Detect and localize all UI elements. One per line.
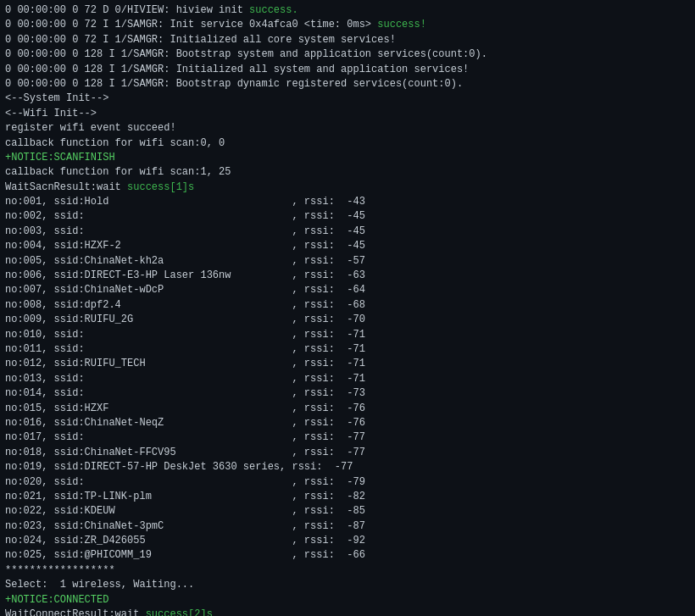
terminal-line: no:001, ssid:Hold , rssi: -43 [5, 195, 690, 209]
terminal-line: no:006, ssid:DIRECT-E3-HP Laser 136nw , … [5, 269, 690, 283]
terminal-line: 0 00:00:00 0 72 D 0/HIVIEW: hiview init … [5, 3, 690, 18]
terminal-line: WaitSacnResult:wait success[1]s [5, 180, 690, 195]
terminal-line: no:022, ssid:KDEUW , rssi: -85 [5, 504, 690, 519]
terminal-line: <--Wifi Init--> [5, 107, 690, 121]
terminal-line: no:009, ssid:RUIFU_2G , rssi: -70 [5, 313, 690, 327]
terminal-line: no:012, ssid:RUIFU_TECH , rssi: -71 [5, 357, 690, 371]
terminal-line: no:024, ssid:ZR_D426055 , rssi: -92 [5, 534, 690, 548]
terminal-line: +NOTICE:SCANFINISH [5, 151, 690, 165]
terminal-line: no:016, ssid:ChinaNet-NeqZ , rssi: -76 [5, 416, 690, 430]
terminal-line: no:019, ssid:DIRECT-57-HP DeskJet 3630 s… [5, 460, 690, 474]
terminal-line: <--System Init--> [5, 92, 690, 106]
terminal-line: no:013, ssid: , rssi: -71 [5, 372, 690, 386]
terminal-line: callback function for wifi scan:1, 25 [5, 165, 690, 180]
terminal-line: 0 00:00:00 0 72 I 1/SAMGR: Initialized a… [5, 33, 690, 47]
terminal-line: no:007, ssid:ChinaNet-wDcP , rssi: -64 [5, 283, 690, 297]
terminal-line: no:020, ssid: , rssi: -79 [5, 475, 690, 490]
terminal-line: no:010, ssid: , rssi: -71 [5, 328, 690, 342]
terminal-line: no:002, ssid: , rssi: -45 [5, 209, 690, 224]
terminal-line: 0 00:00:00 0 72 I 1/SAMGR: Init service … [5, 18, 690, 32]
terminal-line: no:008, ssid:dpf2.4 , rssi: -68 [5, 298, 690, 313]
terminal-line: no:018, ssid:ChinaNet-FFCV95 , rssi: -77 [5, 446, 690, 460]
terminal-line: no:025, ssid:@PHICOMM_19 , rssi: -66 [5, 548, 690, 563]
terminal-line: ****************** [5, 563, 690, 578]
terminal-line: no:021, ssid:TP-LINK-plm , rssi: -82 [5, 490, 690, 504]
terminal: 0 00:00:00 0 72 D 0/HIVIEW: hiview init … [0, 0, 695, 616]
terminal-line: no:023, ssid:ChinaNet-3pmC , rssi: -87 [5, 519, 690, 534]
terminal-line: no:017, ssid: , rssi: -77 [5, 430, 690, 445]
terminal-line: no:015, ssid:HZXF , rssi: -76 [5, 402, 690, 416]
terminal-line: register wifi event succeed! [5, 121, 690, 136]
terminal-line: no:014, ssid: , rssi: -73 [5, 386, 690, 401]
terminal-line: no:004, ssid:HZXF-2 , rssi: -45 [5, 239, 690, 253]
terminal-line: WaitConnectResult:wait success[2]s [5, 608, 690, 616]
terminal-line: Select: 1 wireless, Waiting... [5, 578, 690, 592]
terminal-line: no:011, ssid: , rssi: -71 [5, 342, 690, 357]
terminal-line: callback function for wifi scan:0, 0 [5, 136, 690, 151]
terminal-line: +NOTICE:CONNECTED [5, 593, 690, 608]
terminal-line: no:003, ssid: , rssi: -45 [5, 225, 690, 239]
terminal-line: 0 00:00:00 0 128 I 1/SAMGR: Initialized … [5, 63, 690, 77]
terminal-line: no:005, ssid:ChinaNet-kh2a , rssi: -57 [5, 254, 690, 269]
terminal-line: 0 00:00:00 0 128 I 1/SAMGR: Bootstrap dy… [5, 77, 690, 92]
terminal-line: 0 00:00:00 0 128 I 1/SAMGR: Bootstrap sy… [5, 47, 690, 62]
terminal-content: 0 00:00:00 0 72 D 0/HIVIEW: hiview init … [5, 3, 690, 616]
